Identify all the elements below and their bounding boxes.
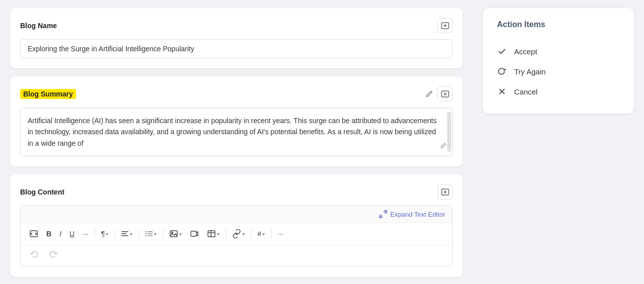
blog-content-card: Blog Content (10, 174, 463, 277)
blog-name-label: Blog Name (20, 22, 57, 30)
action-accept[interactable]: Accept (497, 41, 620, 61)
cancel-label: Cancel (514, 87, 538, 96)
try-again-refresh-icon (497, 66, 507, 76)
svg-rect-24 (208, 231, 215, 237)
blog-name-input[interactable] (20, 39, 453, 58)
action-try-again[interactable]: Try Again (497, 61, 620, 81)
toolbar-redo-btn[interactable] (45, 248, 62, 263)
main-content: Blog Name Blog Summary (0, 0, 473, 284)
paragraph-chevron: ▾ (106, 231, 108, 237)
toolbar-code-btn[interactable] (26, 227, 42, 241)
blog-summary-icons (424, 86, 453, 102)
toolbar-image-btn[interactable]: ▾ (166, 227, 185, 241)
link-chevron: ▾ (242, 231, 245, 237)
expand-icon (379, 210, 387, 218)
image-icon (169, 229, 178, 238)
expand-bar: Expand Text Editor (21, 206, 452, 223)
svg-rect-14 (121, 235, 128, 236)
table-icon (207, 229, 216, 238)
link-icon (232, 229, 241, 238)
toolbar-sep7 (271, 229, 271, 238)
blog-name-add-btn[interactable] (438, 18, 453, 33)
toolbar-more2-btn[interactable]: ··· (274, 227, 287, 240)
cancel-x-icon (497, 86, 507, 97)
editor-area: Expand Text Editor B I U (20, 206, 453, 267)
toolbar-list-btn[interactable]: ▾ (141, 227, 160, 240)
svg-rect-12 (121, 231, 128, 232)
svg-rect-21 (170, 231, 177, 237)
editor-toolbar: B I U ··· ¶ ▾ (21, 223, 452, 245)
svg-rect-16 (148, 232, 153, 232)
blog-content-label: Blog Content (20, 188, 64, 196)
accept-label: Accept (514, 47, 537, 56)
video-icon (190, 229, 199, 238)
blog-content-icons (438, 184, 453, 200)
blog-name-header: Blog Name (20, 18, 453, 33)
blog-summary-content[interactable]: Artificial Intelligence (AI) has seen a … (21, 108, 452, 156)
toolbar-sep1 (95, 229, 95, 238)
toolbar-undo-btn[interactable] (26, 248, 43, 263)
svg-rect-19 (146, 235, 147, 236)
toolbar-sep5 (226, 229, 226, 238)
toolbar-hash-btn[interactable]: # ▾ (254, 227, 268, 240)
action-cancel[interactable]: Cancel (497, 81, 620, 102)
blog-content-add-btn[interactable] (438, 184, 453, 200)
action-items-title: Action Items (497, 20, 620, 29)
blog-name-card: Blog Name (10, 8, 463, 68)
image-chevron: ▾ (179, 231, 182, 237)
toolbar-paragraph-btn[interactable]: ¶ ▾ (98, 227, 112, 240)
blog-summary-textarea-wrapper: Artificial Intelligence (AI) has seen a … (20, 108, 453, 156)
expand-text-editor-label: Expand Text Editor (390, 211, 445, 218)
blog-summary-card: Blog Summary Artificial Intelli (10, 76, 463, 166)
blog-name-icons (438, 18, 453, 33)
svg-rect-17 (146, 233, 147, 234)
svg-rect-23 (191, 231, 196, 236)
undo-redo-bar (21, 245, 452, 266)
blog-summary-label: Blog Summary (20, 89, 76, 99)
accept-check-icon (497, 46, 507, 56)
align-icon (121, 230, 129, 238)
toolbar-video-btn[interactable] (186, 227, 202, 241)
toolbar-align-btn[interactable]: ▾ (117, 227, 136, 240)
svg-rect-15 (146, 231, 147, 232)
expand-text-editor-link[interactable]: Expand Text Editor (379, 210, 445, 218)
code-icon (29, 229, 38, 238)
hash-chevron: ▾ (262, 231, 265, 237)
action-items-card: Action Items Accept Try Again (483, 8, 634, 114)
blog-summary-scrollbar[interactable] (447, 112, 451, 152)
blog-summary-header: Blog Summary (20, 86, 453, 102)
try-again-label: Try Again (514, 67, 546, 76)
toolbar-sep3 (138, 229, 139, 238)
toolbar-underline-btn[interactable]: U (66, 227, 78, 240)
svg-rect-13 (121, 233, 126, 234)
undo-icon (30, 250, 39, 259)
blog-summary-edit-btn[interactable] (424, 86, 434, 102)
list-chevron: ▾ (154, 231, 157, 237)
blog-summary-label-wrapper: Blog Summary (20, 89, 76, 99)
blog-content-header: Blog Content (20, 184, 453, 200)
toolbar-italic-btn[interactable]: I (56, 227, 65, 240)
toolbar-more1-btn[interactable]: ··· (79, 227, 92, 240)
toolbar-link-btn[interactable]: ▾ (229, 227, 248, 241)
toolbar-table-btn[interactable]: ▾ (203, 227, 223, 241)
blog-summary-add-btn[interactable] (438, 86, 453, 102)
svg-rect-20 (148, 236, 153, 236)
svg-rect-18 (148, 234, 153, 234)
sidebar: Action Items Accept Try Again (473, 0, 644, 284)
toolbar-bold-btn[interactable]: B (43, 227, 55, 240)
redo-icon (49, 250, 58, 259)
toolbar-sep6 (251, 229, 251, 238)
svg-point-22 (172, 232, 173, 234)
align-chevron: ▾ (130, 231, 132, 237)
blog-summary-bottom-edit-icon (439, 142, 447, 152)
toolbar-sep4 (163, 229, 163, 238)
table-chevron: ▾ (217, 231, 220, 237)
toolbar-sep2 (114, 229, 115, 238)
list-icon (145, 230, 153, 238)
